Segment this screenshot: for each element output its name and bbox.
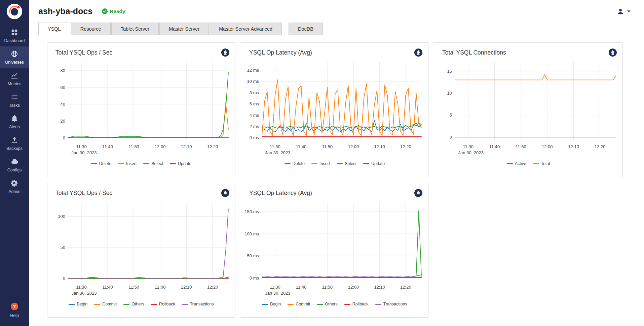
charts-row-1: Total YSQL Ops / Sec 02040608011:30Jan 3… [47, 42, 644, 177]
legend-item[interactable]: Commit [94, 302, 117, 306]
line-chart[interactable]: 05101511:30Jan 30, 202311:4011:5012:0012… [434, 58, 622, 159]
svg-text:0 ms: 0 ms [250, 275, 259, 281]
sidebar-item-help[interactable]: ? Help [0, 298, 29, 321]
legend-swatch [311, 163, 317, 164]
legend-swatch [170, 163, 176, 164]
legend-label: Rollback [352, 302, 369, 306]
legend-item[interactable]: Others [123, 302, 144, 306]
legend-swatch [533, 163, 539, 164]
legend-label: Others [131, 302, 144, 306]
tab-tablet-server[interactable]: Tablet Server [111, 23, 159, 35]
line-chart[interactable]: 05010011:30Jan 30, 202311:4011:5012:0012… [47, 198, 235, 299]
legend-swatch [507, 163, 513, 164]
tab-master-server-advanced[interactable]: Master Server Advanced [210, 23, 282, 35]
svg-text:Jan 30, 2023: Jan 30, 2023 [71, 150, 97, 155]
svg-text:4 ms: 4 ms [250, 113, 259, 118]
legend-label: Delete [293, 161, 305, 166]
svg-text:11:40: 11:40 [296, 144, 307, 149]
chart-panel-header: Total YSQL Connections [434, 43, 622, 57]
sidebar-item-alerts[interactable]: Alerts [0, 111, 29, 133]
user-menu[interactable] [617, 8, 631, 15]
legend-label: Begin [77, 302, 87, 306]
sidebar-item-configs[interactable]: Configs [0, 154, 29, 176]
svg-text:11:50: 11:50 [322, 285, 333, 290]
svg-text:100 ms: 100 ms [244, 231, 259, 236]
legend-item[interactable]: Insert [118, 161, 137, 166]
legend-label: Commit [296, 302, 310, 306]
legend-item[interactable]: Begin [262, 302, 281, 306]
svg-text:12:00: 12:00 [155, 285, 166, 290]
chart-legend: BeginCommitOthersRollbackTransactions [47, 302, 235, 306]
prometheus-icon[interactable] [608, 48, 617, 57]
legend-item[interactable]: Others [317, 302, 338, 306]
legend-item[interactable]: Active [507, 161, 526, 166]
svg-text:0: 0 [63, 135, 65, 140]
legend-item[interactable]: Rollback [344, 302, 369, 306]
chart-title: Total YSQL Connections [442, 48, 506, 56]
svg-text:11:40: 11:40 [102, 285, 113, 290]
sidebar: Dashboard Universes Metrics Tasks [0, 0, 29, 326]
tab-resource[interactable]: Resource [71, 23, 111, 35]
svg-text:12:10: 12:10 [374, 144, 385, 149]
line-chart[interactable]: 02040608011:30Jan 30, 202311:4011:5012:0… [47, 58, 235, 159]
legend-swatch [94, 304, 100, 305]
legend-item[interactable]: Insert [311, 161, 330, 166]
legend-label: Begin [270, 302, 281, 306]
svg-text:10 ms: 10 ms [247, 79, 259, 84]
legend-item[interactable]: Delete [285, 161, 305, 166]
sidebar-item-label: Admin [8, 189, 20, 194]
svg-text:12:00: 12:00 [155, 144, 166, 149]
legend-item[interactable]: Transactions [375, 302, 407, 306]
legend-item[interactable]: Select [337, 161, 356, 166]
legend-item[interactable]: Commit [288, 302, 310, 306]
sidebar-item-tasks[interactable]: Tasks [0, 90, 29, 111]
svg-text:11:30: 11:30 [463, 144, 473, 149]
legend-swatch [344, 304, 350, 305]
prometheus-icon[interactable] [221, 48, 230, 57]
prometheus-icon[interactable] [221, 189, 230, 197]
chart-title: YSQL Op Latency (Avg) [249, 189, 312, 197]
line-chart[interactable]: 0 ms2 ms4 ms6 ms8 ms10 ms12 ms11:30Jan 3… [241, 58, 428, 159]
chart-panel-header: Total YSQL Ops / Sec [47, 43, 235, 57]
legend-swatch [363, 163, 369, 164]
sidebar-item-universes[interactable]: Universes [0, 46, 29, 68]
legend-label: Rollback [159, 302, 175, 306]
svg-text:11:30: 11:30 [270, 285, 280, 290]
sidebar-item-admin[interactable]: Admin [0, 176, 29, 197]
prometheus-icon[interactable] [414, 189, 423, 197]
prometheus-icon[interactable] [414, 48, 423, 57]
legend-label: Delete [99, 161, 111, 166]
chart-panel-ysql-transactions-ops: Total YSQL Ops / Sec 05010011:30Jan 30, … [47, 183, 235, 318]
svg-text:Jan 30, 2023: Jan 30, 2023 [71, 291, 97, 296]
legend-item[interactable]: Select [143, 161, 163, 166]
legend-item[interactable]: Delete [91, 161, 111, 166]
sidebar-item-metrics[interactable]: Metrics [0, 68, 29, 90]
legend-item[interactable]: Update [170, 161, 191, 166]
legend-swatch [337, 163, 343, 164]
sidebar-item-backups[interactable]: Backups [0, 133, 29, 154]
configs-cloud-icon [11, 158, 18, 165]
legend-item[interactable]: Rollback [151, 302, 175, 306]
svg-text:0: 0 [450, 135, 452, 140]
tab-master-server[interactable]: Master Server [159, 23, 209, 35]
svg-text:8 ms: 8 ms [250, 90, 259, 95]
tab-ysql[interactable]: YSQL [38, 23, 70, 35]
line-chart[interactable]: 0 ms50 ms100 ms150 ms11:30Jan 30, 202311… [241, 198, 428, 299]
legend-item[interactable]: Transactions [182, 302, 214, 306]
svg-text:11:30: 11:30 [76, 285, 87, 290]
chart-panel-ysql-connections: Total YSQL Connections 05101511:30Jan 30… [434, 42, 623, 177]
legend-item[interactable]: Begin [69, 302, 87, 306]
tab-docdb[interactable]: DocDB [289, 23, 323, 35]
svg-text:12:00: 12:00 [348, 144, 359, 149]
main-area: ash-yba-docs Ready YSQL Resource Tablet … [29, 0, 644, 326]
svg-text:12:20: 12:20 [400, 144, 411, 149]
legend-label: Commit [102, 302, 117, 306]
sidebar-item-dashboard[interactable]: Dashboard [0, 25, 29, 46]
legend-label: Active [515, 161, 526, 166]
chart-title: Total YSQL Ops / Sec [55, 189, 112, 197]
legend-item[interactable]: Total [533, 161, 550, 166]
legend-label: Select [345, 161, 356, 166]
svg-text:12:20: 12:20 [400, 285, 411, 290]
legend-item[interactable]: Update [363, 161, 385, 166]
yugabyte-planet-logo[interactable] [6, 3, 23, 21]
